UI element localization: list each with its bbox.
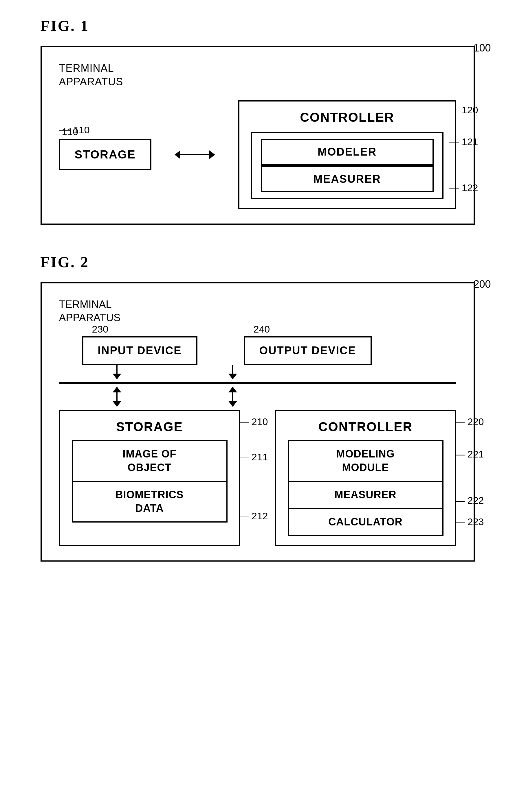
- ref-200: 200: [473, 278, 491, 290]
- ref-210: — 210: [239, 416, 268, 427]
- ref-211: — 211: [239, 452, 268, 463]
- fig2-controller-title: CONTROLLER: [288, 419, 443, 434]
- fig1-controller-outer: CONTROLLER MODELER MEASURER 120 — 121 — …: [238, 100, 456, 209]
- ref-240-label: 240: [244, 324, 270, 335]
- ref-120: 120: [462, 105, 478, 116]
- svg-marker-4: [113, 374, 121, 379]
- bottom-row: STORAGE IMAGE OF OBJECT BIOMETRICS DATA …: [59, 410, 456, 546]
- ref-110-label: 110: [59, 124, 90, 136]
- bidirectional-arrow-fig1: [174, 147, 215, 162]
- input-device-wrapper: 230 INPUT DEVICE: [82, 336, 197, 365]
- ref-221: — 221: [455, 448, 484, 460]
- fig1-controller-title: CONTROLLER: [251, 110, 443, 125]
- fig1-title: FIG. 1: [40, 17, 475, 34]
- fig2-measurer: MEASURER: [289, 482, 442, 508]
- fig2-section: FIG. 2 200 TERMINAL APPARATUS 230 INPUT …: [40, 254, 475, 562]
- fig2-calculator: CALCULATOR: [289, 509, 442, 535]
- ref-121: — 121: [449, 136, 478, 147]
- ref-230-label: 230: [82, 324, 109, 335]
- fig2-controller-inner: MODELING MODULE MEASURER CALCULATOR: [288, 440, 443, 536]
- arrow-bidir-svg-1: [110, 387, 124, 407]
- fig2-storage-inner: IMAGE OF OBJECT BIOMETRICS DATA: [72, 440, 227, 523]
- svg-marker-6: [228, 374, 237, 379]
- ref-223: — 223: [455, 516, 484, 527]
- arrows-to-bus: [59, 365, 456, 379]
- fig2-terminal-label: TERMINAL APPARATUS: [59, 298, 456, 325]
- output-device-box: OUTPUT DEVICE: [244, 336, 372, 365]
- fig2-storage-title: STORAGE: [72, 419, 227, 434]
- top-devices-row: 230 INPUT DEVICE 240 OUTPUT DEVICE: [59, 336, 456, 365]
- fig2-biometrics-data: BIOMETRICS DATA: [73, 482, 226, 522]
- arrow-svg-fig1: [174, 147, 215, 162]
- arrows-from-bus: [59, 387, 456, 407]
- fig1-measurer-box: MEASURER: [261, 166, 434, 192]
- fig2-image-of-object: IMAGE OF OBJECT: [73, 441, 226, 481]
- fig1-inner-layout: 110 110 STORAGE: [59, 100, 456, 209]
- svg-marker-10: [228, 387, 237, 393]
- storage-wrapper: 110 110 STORAGE: [59, 139, 152, 170]
- svg-marker-9: [113, 401, 121, 407]
- fig1-controller-inner: MODELER MEASURER: [251, 132, 443, 199]
- fig1-terminal-label: TERMINAL APPARATUS: [59, 62, 456, 89]
- svg-marker-2: [209, 150, 215, 159]
- arrow-input-down: [82, 365, 152, 379]
- arrow-storage-up-down: [82, 387, 152, 407]
- svg-marker-0: [174, 150, 180, 159]
- fig1-modeler-box: MODELER: [261, 139, 434, 165]
- arrow-controller-up-down: [198, 387, 268, 407]
- ref-212: — 212: [239, 511, 268, 522]
- input-device-box: INPUT DEVICE: [82, 336, 197, 365]
- bus-line: [59, 382, 456, 384]
- svg-marker-12: [228, 401, 237, 407]
- fig1-diagram: 100 TERMINAL APPARATUS 110 110 STORAGE: [40, 46, 475, 225]
- fig2-diagram: 200 TERMINAL APPARATUS 230 INPUT DEVICE …: [40, 282, 475, 562]
- arrow-down-svg-1: [110, 365, 124, 379]
- fig1-storage-box: STORAGE: [59, 139, 152, 170]
- output-device-wrapper: 240 OUTPUT DEVICE: [244, 336, 372, 365]
- fig2-controller-outer: CONTROLLER MODELING MODULE MEASURER CALC…: [275, 410, 456, 546]
- fig2-storage-outer: STORAGE IMAGE OF OBJECT BIOMETRICS DATA …: [59, 410, 240, 546]
- fig2-title: FIG. 2: [40, 254, 475, 271]
- fig1-section: FIG. 1 100 TERMINAL APPARATUS 110 110 ST…: [40, 17, 475, 225]
- ref-222: — 222: [455, 495, 484, 506]
- ref-220: — 220: [455, 416, 484, 427]
- ref-122: — 122: [449, 182, 478, 194]
- arrow-bidir-svg-2: [225, 387, 240, 407]
- fig2-modeling-module: MODELING MODULE: [289, 441, 442, 481]
- arrow-output-down: [198, 365, 268, 379]
- ref-100: 100: [473, 42, 491, 54]
- arrow-down-svg-2: [225, 365, 240, 379]
- svg-marker-7: [113, 387, 121, 393]
